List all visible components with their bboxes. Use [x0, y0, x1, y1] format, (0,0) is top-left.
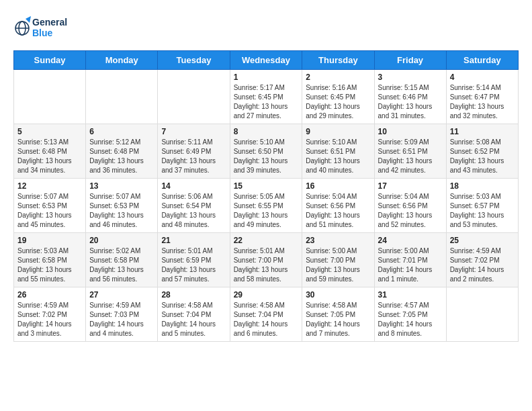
- logo-svg: GeneralBlue: [13, 13, 67, 44]
- day-info: Sunrise: 5:04 AM Sunset: 6:56 PM Dayligh…: [306, 192, 370, 230]
- weekday-header-saturday: Saturday: [446, 51, 518, 70]
- calendar-week-4: 19Sunrise: 5:03 AM Sunset: 6:58 PM Dayli…: [14, 233, 519, 287]
- day-info: Sunrise: 5:00 AM Sunset: 7:00 PM Dayligh…: [306, 246, 370, 284]
- calendar-body: 1Sunrise: 5:17 AM Sunset: 6:45 PM Daylig…: [14, 70, 519, 342]
- day-number: 11: [450, 127, 515, 136]
- day-info: Sunrise: 5:10 AM Sunset: 6:50 PM Dayligh…: [234, 138, 299, 175]
- day-info: Sunrise: 5:16 AM Sunset: 6:45 PM Dayligh…: [306, 83, 370, 121]
- day-info: Sunrise: 5:06 AM Sunset: 6:54 PM Dayligh…: [161, 192, 226, 230]
- calendar-cell: 24Sunrise: 5:00 AM Sunset: 7:01 PM Dayli…: [374, 233, 446, 287]
- day-info: Sunrise: 4:57 AM Sunset: 7:05 PM Dayligh…: [378, 301, 443, 338]
- calendar-cell: 14Sunrise: 5:06 AM Sunset: 6:54 PM Dayli…: [158, 179, 230, 233]
- day-info: Sunrise: 4:58 AM Sunset: 7:05 PM Dayligh…: [306, 301, 370, 338]
- calendar-week-5: 26Sunrise: 4:59 AM Sunset: 7:02 PM Dayli…: [14, 287, 519, 342]
- calendar-table: SundayMondayTuesdayWednesdayThursdayFrid…: [13, 50, 519, 342]
- calendar-week-2: 5Sunrise: 5:13 AM Sunset: 6:48 PM Daylig…: [14, 124, 519, 179]
- day-number: 18: [450, 181, 515, 191]
- day-number: 10: [378, 127, 443, 136]
- day-number: 6: [89, 127, 154, 136]
- day-number: 17: [378, 181, 443, 191]
- day-info: Sunrise: 5:07 AM Sunset: 6:53 PM Dayligh…: [89, 192, 154, 230]
- calendar-cell: [86, 70, 158, 124]
- calendar-cell: 7Sunrise: 5:11 AM Sunset: 6:49 PM Daylig…: [158, 124, 230, 179]
- calendar-cell: 17Sunrise: 5:04 AM Sunset: 6:56 PM Dayli…: [374, 179, 446, 233]
- calendar-cell: 22Sunrise: 5:01 AM Sunset: 7:00 PM Dayli…: [230, 233, 302, 287]
- svg-marker-3: [26, 16, 31, 23]
- day-info: Sunrise: 5:15 AM Sunset: 6:46 PM Dayligh…: [378, 83, 443, 121]
- day-info: Sunrise: 5:01 AM Sunset: 7:00 PM Dayligh…: [234, 246, 299, 284]
- calendar-header: SundayMondayTuesdayWednesdayThursdayFrid…: [14, 51, 519, 70]
- day-info: Sunrise: 5:03 AM Sunset: 6:57 PM Dayligh…: [450, 192, 515, 230]
- day-info: Sunrise: 5:13 AM Sunset: 6:48 PM Dayligh…: [17, 138, 82, 175]
- calendar-cell: 30Sunrise: 4:58 AM Sunset: 7:05 PM Dayli…: [302, 287, 374, 342]
- day-number: 16: [306, 181, 370, 191]
- day-info: Sunrise: 4:58 AM Sunset: 7:04 PM Dayligh…: [234, 301, 299, 338]
- day-info: Sunrise: 4:59 AM Sunset: 7:03 PM Dayligh…: [89, 301, 154, 338]
- weekday-header-sunday: Sunday: [14, 51, 86, 70]
- day-info: Sunrise: 4:58 AM Sunset: 7:04 PM Dayligh…: [161, 301, 226, 338]
- day-info: Sunrise: 5:10 AM Sunset: 6:51 PM Dayligh…: [306, 138, 370, 175]
- day-number: 8: [234, 127, 299, 136]
- day-number: 5: [17, 127, 82, 136]
- calendar-cell: 4Sunrise: 5:14 AM Sunset: 6:47 PM Daylig…: [446, 70, 518, 124]
- day-info: Sunrise: 5:00 AM Sunset: 7:01 PM Dayligh…: [378, 246, 443, 284]
- calendar-week-3: 12Sunrise: 5:07 AM Sunset: 6:53 PM Dayli…: [14, 179, 519, 233]
- calendar-cell: 5Sunrise: 5:13 AM Sunset: 6:48 PM Daylig…: [14, 124, 86, 179]
- calendar-week-1: 1Sunrise: 5:17 AM Sunset: 6:45 PM Daylig…: [14, 70, 519, 124]
- day-number: 19: [17, 236, 82, 245]
- day-info: Sunrise: 5:14 AM Sunset: 6:47 PM Dayligh…: [450, 83, 515, 121]
- svg-text:General: General: [32, 17, 67, 28]
- day-info: Sunrise: 5:11 AM Sunset: 6:49 PM Dayligh…: [161, 138, 226, 175]
- calendar-cell: 10Sunrise: 5:09 AM Sunset: 6:51 PM Dayli…: [374, 124, 446, 179]
- calendar-cell: 19Sunrise: 5:03 AM Sunset: 6:58 PM Dayli…: [14, 233, 86, 287]
- day-number: 25: [450, 236, 515, 245]
- day-info: Sunrise: 4:59 AM Sunset: 7:02 PM Dayligh…: [450, 246, 515, 284]
- calendar-cell: 13Sunrise: 5:07 AM Sunset: 6:53 PM Dayli…: [86, 179, 158, 233]
- calendar-cell: 16Sunrise: 5:04 AM Sunset: 6:56 PM Dayli…: [302, 179, 374, 233]
- day-info: Sunrise: 5:04 AM Sunset: 6:56 PM Dayligh…: [378, 192, 443, 230]
- day-info: Sunrise: 5:07 AM Sunset: 6:53 PM Dayligh…: [17, 192, 82, 230]
- day-number: 29: [234, 290, 299, 300]
- calendar-cell: 12Sunrise: 5:07 AM Sunset: 6:53 PM Dayli…: [14, 179, 86, 233]
- weekday-header-wednesday: Wednesday: [230, 51, 302, 70]
- day-number: 21: [161, 236, 226, 245]
- day-info: Sunrise: 5:09 AM Sunset: 6:51 PM Dayligh…: [378, 138, 443, 175]
- day-number: 31: [378, 290, 443, 300]
- calendar-cell: [158, 70, 230, 124]
- day-number: 24: [378, 236, 443, 245]
- day-info: Sunrise: 5:12 AM Sunset: 6:48 PM Dayligh…: [89, 138, 154, 175]
- day-info: Sunrise: 5:17 AM Sunset: 6:45 PM Dayligh…: [234, 83, 299, 121]
- calendar-cell: 11Sunrise: 5:08 AM Sunset: 6:52 PM Dayli…: [446, 124, 518, 179]
- calendar-cell: 1Sunrise: 5:17 AM Sunset: 6:45 PM Daylig…: [230, 70, 302, 124]
- calendar-cell: 29Sunrise: 4:58 AM Sunset: 7:04 PM Dayli…: [230, 287, 302, 342]
- day-number: 1: [234, 73, 299, 82]
- weekday-header-monday: Monday: [86, 51, 158, 70]
- calendar-cell: 28Sunrise: 4:58 AM Sunset: 7:04 PM Dayli…: [158, 287, 230, 342]
- day-number: 15: [234, 181, 299, 191]
- calendar-cell: 2Sunrise: 5:16 AM Sunset: 6:45 PM Daylig…: [302, 70, 374, 124]
- day-number: 12: [17, 181, 82, 191]
- calendar-cell: 27Sunrise: 4:59 AM Sunset: 7:03 PM Dayli…: [86, 287, 158, 342]
- day-number: 28: [161, 290, 226, 300]
- weekday-header-thursday: Thursday: [302, 51, 374, 70]
- day-info: Sunrise: 5:02 AM Sunset: 6:58 PM Dayligh…: [89, 246, 154, 284]
- calendar-cell: 8Sunrise: 5:10 AM Sunset: 6:50 PM Daylig…: [230, 124, 302, 179]
- day-number: 2: [306, 73, 370, 82]
- calendar-cell: [14, 70, 86, 124]
- day-info: Sunrise: 4:59 AM Sunset: 7:02 PM Dayligh…: [17, 301, 82, 338]
- day-number: 7: [161, 127, 226, 136]
- calendar-cell: 21Sunrise: 5:01 AM Sunset: 6:59 PM Dayli…: [158, 233, 230, 287]
- weekday-header-row: SundayMondayTuesdayWednesdayThursdayFrid…: [14, 51, 519, 70]
- calendar-cell: 3Sunrise: 5:15 AM Sunset: 6:46 PM Daylig…: [374, 70, 446, 124]
- calendar-cell: 18Sunrise: 5:03 AM Sunset: 6:57 PM Dayli…: [446, 179, 518, 233]
- day-number: 14: [161, 181, 226, 191]
- day-number: 26: [17, 290, 82, 300]
- svg-text:Blue: Blue: [32, 28, 53, 38]
- logo: GeneralBlue: [13, 13, 67, 44]
- day-info: Sunrise: 5:01 AM Sunset: 6:59 PM Dayligh…: [161, 246, 226, 284]
- day-number: 9: [306, 127, 370, 136]
- calendar-cell: 25Sunrise: 4:59 AM Sunset: 7:02 PM Dayli…: [446, 233, 518, 287]
- page-header: GeneralBlue: [13, 13, 519, 44]
- day-info: Sunrise: 5:03 AM Sunset: 6:58 PM Dayligh…: [17, 246, 82, 284]
- day-info: Sunrise: 5:08 AM Sunset: 6:52 PM Dayligh…: [450, 138, 515, 175]
